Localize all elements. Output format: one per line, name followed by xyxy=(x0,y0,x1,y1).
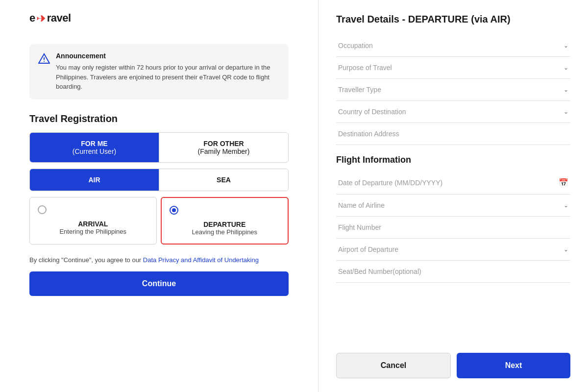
air-button[interactable]: AIR xyxy=(30,169,159,191)
privacy-link[interactable]: Data Privacy and Affidavit of Undertakin… xyxy=(143,256,259,264)
airport-chevron-icon: ⌄ xyxy=(564,246,568,253)
traveller-type-chevron-icon: ⌄ xyxy=(564,86,568,93)
departure-sub: Leaving the Philippines xyxy=(170,228,280,236)
departure-card[interactable]: DEPARTURE Leaving the Philippines xyxy=(161,197,289,245)
plane-logo-icon xyxy=(36,15,46,23)
arrival-sub: Entering the Philippines xyxy=(38,228,148,235)
arrival-radio[interactable] xyxy=(38,205,47,214)
warning-icon xyxy=(38,53,50,65)
section-title: Travel Registration xyxy=(29,113,289,124)
country-chevron-icon: ⌄ xyxy=(564,108,568,115)
left-panel: eravel Announcement You may only registe… xyxy=(0,0,318,392)
flight-number-field[interactable]: Flight Number xyxy=(336,217,570,239)
destination-address-field[interactable]: Destination Address xyxy=(336,123,570,145)
continue-button[interactable]: Continue xyxy=(29,271,289,296)
seat-field[interactable]: Seat/Bed Number(optional) xyxy=(336,261,570,283)
arrival-label: ARRIVAL xyxy=(38,220,148,228)
country-field[interactable]: Country of Destination ⌄ xyxy=(336,101,570,123)
bottom-buttons: Cancel Next xyxy=(336,343,570,378)
right-panel: Travel Details - DEPARTURE (via AIR) Occ… xyxy=(318,0,588,392)
purpose-chevron-icon: ⌄ xyxy=(564,64,568,71)
flight-number-label: Flight Number xyxy=(338,223,381,231)
announcement-text: You may only register within 72 hours pr… xyxy=(56,63,280,92)
direction-radio-row: ARRIVAL Entering the Philippines DEPARTU… xyxy=(29,197,289,245)
airline-label: Name of Airline xyxy=(338,201,385,209)
logo: eravel xyxy=(29,12,289,24)
occupation-chevron-icon: ⌄ xyxy=(564,42,568,49)
logo-text: eravel xyxy=(29,12,71,24)
calendar-icon: 📅 xyxy=(559,178,568,187)
cancel-button[interactable]: Cancel xyxy=(336,353,451,378)
occupation-field[interactable]: Occupation ⌄ xyxy=(336,35,570,57)
purpose-label: Purpose of Travel xyxy=(338,64,392,72)
destination-address-label: Destination Address xyxy=(338,130,399,138)
purpose-field[interactable]: Purpose of Travel ⌄ xyxy=(336,57,570,79)
date-departure-field[interactable]: Date of Departure (MM/DD/YYYY) 📅 xyxy=(336,171,570,195)
departure-radio[interactable] xyxy=(170,206,178,215)
traveller-type-label: Traveller Type xyxy=(338,86,381,94)
airline-field[interactable]: Name of Airline ⌄ xyxy=(336,195,570,217)
for-me-button[interactable]: FOR ME(Current User) xyxy=(30,133,159,162)
svg-point-1 xyxy=(44,61,45,62)
for-other-button[interactable]: FOR OTHER(Family Member) xyxy=(159,133,288,162)
seat-label: Seat/Bed Number(optional) xyxy=(338,268,421,275)
next-button[interactable]: Next xyxy=(457,353,570,378)
country-label: Country of Destination xyxy=(338,108,406,116)
airport-field[interactable]: Airport of Departure ⌄ xyxy=(336,239,570,261)
announcement-content: Announcement You may only register withi… xyxy=(56,52,280,92)
user-toggle-row: FOR ME(Current User) FOR OTHER(Family Me… xyxy=(29,132,289,163)
departure-label: DEPARTURE xyxy=(170,220,280,228)
airport-label: Airport of Departure xyxy=(338,245,398,253)
sea-button[interactable]: SEA xyxy=(159,169,288,191)
occupation-label: Occupation xyxy=(338,42,373,49)
traveller-type-field[interactable]: Traveller Type ⌄ xyxy=(336,79,570,101)
arrival-card[interactable]: ARRIVAL Entering the Philippines xyxy=(29,197,157,245)
flight-info-title: Flight Information xyxy=(336,155,570,165)
right-panel-title: Travel Details - DEPARTURE (via AIR) xyxy=(336,14,570,25)
privacy-text: By clicking "Continue", you agree to our… xyxy=(29,256,289,264)
date-departure-label: Date of Departure (MM/DD/YYYY) xyxy=(338,179,442,187)
announcement-title: Announcement xyxy=(56,52,280,60)
announcement-box: Announcement You may only register withi… xyxy=(29,44,289,99)
transport-toggle-row: AIR SEA xyxy=(29,169,289,191)
airline-chevron-icon: ⌄ xyxy=(564,202,568,209)
